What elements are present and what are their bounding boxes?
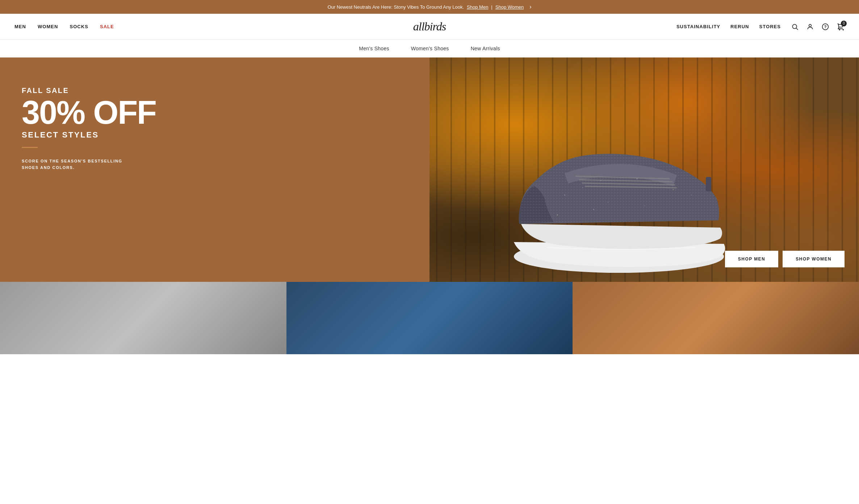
site-logo[interactable]: allbirds (291, 20, 568, 33)
sub-nav-mens-shoes[interactable]: Men's Shoes (359, 46, 389, 51)
shop-women-button[interactable]: SHOP WOMEN (783, 251, 845, 267)
svg-point-21 (673, 189, 674, 190)
hero-discount: 30% OFF (22, 96, 408, 129)
account-icon[interactable] (806, 23, 814, 31)
nav-left: MEN WOMEN SOCKS SALE (14, 24, 291, 29)
bottom-teasers (0, 282, 859, 354)
svg-point-6 (843, 29, 843, 30)
svg-point-20 (655, 184, 655, 185)
shop-women-link[interactable]: Shop Women (495, 4, 524, 10)
teaser-gray[interactable] (0, 282, 286, 354)
nav-sale[interactable]: SALE (100, 24, 114, 29)
hero-divider (22, 147, 38, 148)
nav-icons: ? 0 (791, 23, 845, 31)
shop-men-link[interactable]: Shop Men (467, 4, 488, 10)
announcement-text: Our Newest Neutrals Are Here: Stony Vibe… (327, 4, 464, 10)
svg-point-16 (582, 187, 583, 188)
cart-icon[interactable]: 0 (837, 23, 845, 31)
teaser-brown[interactable] (573, 282, 859, 354)
nav-men[interactable]: MEN (14, 24, 26, 29)
hero-left-panel: FALL SALE 30% OFF SELECT STYLES SCORE ON… (0, 58, 429, 282)
nav-sustainability[interactable]: SUSTAINABILITY (676, 24, 720, 29)
svg-point-25 (557, 215, 558, 216)
sub-nav: Men's Shoes Women's Shoes New Arrivals (0, 40, 859, 58)
shop-men-button[interactable]: SHOP MEN (725, 251, 778, 267)
svg-point-23 (593, 209, 594, 210)
announcement-bar: Our Newest Neutrals Are Here: Stony Vibe… (0, 0, 859, 14)
search-icon[interactable] (791, 23, 799, 31)
svg-text:?: ? (824, 25, 827, 29)
svg-point-26 (691, 195, 692, 195)
svg-point-15 (564, 195, 565, 196)
hero-cta-group: SHOP MEN SHOP WOMEN (725, 251, 845, 267)
sub-nav-new-arrivals[interactable]: New Arrivals (471, 46, 500, 51)
hero-description: SCORE ON THE SEASON'S BESTSELLINGSHOES A… (22, 158, 123, 171)
nav-right: SUSTAINABILITY RERUN STORES ? (568, 23, 845, 31)
nav-women[interactable]: WOMEN (38, 24, 58, 29)
svg-point-5 (839, 29, 840, 30)
cart-count: 0 (841, 21, 847, 26)
hero-subtitle: SELECT STYLES (22, 130, 408, 140)
main-nav: MEN WOMEN SOCKS SALE allbirds SUSTAINABI… (0, 14, 859, 40)
svg-point-2 (809, 24, 812, 27)
nav-stores[interactable]: STORES (759, 24, 781, 29)
svg-point-17 (600, 180, 602, 181)
teaser-blue[interactable] (286, 282, 573, 354)
hero-shoe-image (492, 123, 746, 275)
svg-point-18 (619, 184, 619, 185)
hero-right-panel: SHOP MEN SHOP WOMEN (429, 58, 859, 282)
svg-line-1 (796, 28, 798, 30)
chevron-right-icon: › (529, 4, 531, 10)
hero-sale-label: FALL SALE (22, 86, 408, 95)
svg-point-24 (644, 206, 645, 206)
svg-rect-12 (706, 177, 711, 191)
help-icon[interactable]: ? (821, 23, 829, 31)
hero-section: FALL SALE 30% OFF SELECT STYLES SCORE ON… (0, 58, 859, 282)
nav-socks[interactable]: SOCKS (70, 24, 88, 29)
svg-point-0 (792, 24, 797, 29)
announcement-separator: | (491, 4, 492, 10)
svg-point-22 (608, 202, 608, 203)
nav-rerun[interactable]: RERUN (730, 24, 749, 29)
sub-nav-womens-shoes[interactable]: Women's Shoes (411, 46, 449, 51)
svg-point-19 (637, 178, 638, 179)
